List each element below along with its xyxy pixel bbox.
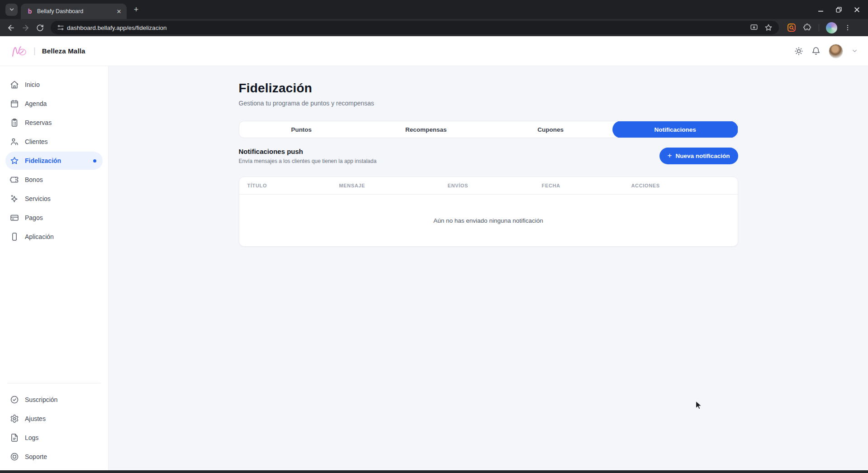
reload-icon bbox=[36, 24, 44, 32]
loyalty-tabs: Puntos Recompensas Cupones Notificacione… bbox=[239, 121, 738, 138]
new-notification-button[interactable]: + Nueva notificación bbox=[659, 148, 738, 164]
user-avatar[interactable] bbox=[829, 44, 843, 58]
sidebar-item-label: Inicio bbox=[25, 81, 40, 88]
browser-tabstrip: b Bellafy Dashboard ✕ + bbox=[0, 0, 868, 19]
tab-close-icon[interactable]: ✕ bbox=[115, 7, 123, 15]
sidebar-item-label: Aplicación bbox=[25, 233, 54, 240]
sidebar-item-agenda[interactable]: Agenda bbox=[5, 95, 103, 113]
forward-arrow-icon bbox=[21, 24, 30, 32]
sidebar-item-label: Fidelización bbox=[25, 157, 61, 164]
sidebar-item-label: Servicios bbox=[25, 195, 51, 202]
page-title: Fidelización bbox=[239, 81, 738, 96]
sidebar-item-clientes[interactable]: Clientes bbox=[5, 133, 103, 151]
tab-puntos[interactable]: Puntos bbox=[239, 121, 364, 138]
column-header-envios: ENVÍOS bbox=[448, 183, 542, 188]
sidebar-item-pagos[interactable]: Pagos bbox=[5, 209, 103, 227]
restore-icon bbox=[836, 7, 842, 13]
browser-profile-avatar[interactable] bbox=[826, 22, 837, 33]
browser-toolbar: dashboard.bellafy.app/es/fidelizacion bbox=[0, 19, 868, 36]
ticket-icon bbox=[10, 175, 19, 184]
tab-cupones[interactable]: Cupones bbox=[489, 121, 613, 138]
new-notification-button-label: Nueva notificación bbox=[675, 153, 730, 159]
section-subtitle: Envía mensajes a los clientes que tienen… bbox=[239, 158, 377, 164]
taskbar-edge bbox=[0, 470, 868, 473]
notifications-bell-icon[interactable] bbox=[811, 47, 821, 56]
new-tab-button[interactable]: + bbox=[130, 4, 142, 15]
file-text-icon bbox=[10, 433, 19, 442]
table-header-row: TÍTULO MENSAJE ENVÍOS FECHA ACCIONES bbox=[239, 177, 738, 195]
active-indicator-dot bbox=[93, 159, 96, 162]
window-minimize-button[interactable] bbox=[815, 4, 826, 15]
window-restore-button[interactable] bbox=[833, 4, 844, 15]
toolbar-separator bbox=[819, 24, 819, 31]
page-subtitle: Gestiona tu programa de puntos y recompe… bbox=[239, 100, 738, 107]
column-header-titulo: TÍTULO bbox=[247, 183, 339, 188]
theme-sun-icon[interactable] bbox=[794, 47, 803, 56]
sidebar-item-reservas[interactable]: Reservas bbox=[5, 114, 103, 132]
plus-icon: + bbox=[668, 151, 672, 160]
account-chevron-down-icon[interactable] bbox=[851, 48, 858, 54]
forward-button[interactable] bbox=[19, 21, 32, 34]
sidebar-item-ajustes[interactable]: Ajustes bbox=[5, 410, 103, 428]
window-close-button[interactable] bbox=[851, 4, 863, 15]
sidebar-item-label: Agenda bbox=[25, 100, 47, 107]
column-header-mensaje: MENSAJE bbox=[339, 183, 448, 188]
sidebar: Inicio Agenda Reservas Clientes Fideliza… bbox=[0, 66, 109, 473]
bookmark-star-icon[interactable] bbox=[764, 24, 773, 32]
browser-menu-icon[interactable] bbox=[844, 24, 851, 31]
sidebar-item-label: Clientes bbox=[25, 138, 48, 145]
extension-badge-icon[interactable] bbox=[787, 23, 796, 32]
sidebar-item-fidelizacion[interactable]: Fidelización bbox=[5, 152, 103, 170]
sidebar-item-bonos[interactable]: Bonos bbox=[5, 171, 103, 189]
tab-notificaciones[interactable]: Notificaciones bbox=[612, 121, 738, 138]
table-empty-state: Aún no has enviado ninguna notificación bbox=[239, 195, 738, 246]
users-icon bbox=[10, 137, 19, 146]
sidebar-item-label: Suscripción bbox=[25, 396, 57, 403]
app-header: | Belleza Malla bbox=[0, 36, 868, 66]
reload-button[interactable] bbox=[33, 21, 46, 34]
close-icon bbox=[854, 7, 860, 13]
minimize-icon bbox=[818, 7, 824, 13]
back-button[interactable] bbox=[5, 21, 17, 34]
install-app-icon[interactable] bbox=[750, 24, 758, 32]
sparkles-icon bbox=[10, 194, 19, 203]
sidebar-item-label: Soporte bbox=[25, 453, 47, 460]
sidebar-item-suscripcion[interactable]: Suscripción bbox=[5, 391, 103, 409]
badge-check-icon bbox=[10, 395, 19, 404]
life-buoy-icon bbox=[10, 452, 19, 461]
bellafy-favicon-icon: b bbox=[26, 8, 33, 15]
sidebar-item-label: Bonos bbox=[25, 176, 43, 183]
screen: b Bellafy Dashboard ✕ + bbox=[0, 0, 868, 473]
tab-title: Bellafy Dashboard bbox=[37, 8, 115, 14]
sidebar-item-label: Logs bbox=[25, 434, 38, 441]
gear-icon bbox=[10, 414, 19, 423]
tab-recompensas[interactable]: Recompensas bbox=[364, 121, 489, 138]
back-arrow-icon bbox=[7, 24, 15, 32]
credit-card-icon bbox=[10, 213, 19, 222]
business-name: Belleza Malla bbox=[42, 47, 85, 55]
url-bar[interactable]: dashboard.bellafy.app/es/fidelizacion bbox=[51, 21, 779, 34]
sidebar-item-aplicacion[interactable]: Aplicación bbox=[5, 228, 103, 246]
sidebar-divider bbox=[7, 383, 101, 383]
site-settings-icon[interactable] bbox=[57, 24, 64, 31]
sidebar-item-label: Reservas bbox=[25, 119, 52, 126]
smartphone-icon bbox=[10, 232, 19, 241]
url-text[interactable]: dashboard.bellafy.app/es/fidelizacion bbox=[67, 24, 750, 31]
clipboard-icon bbox=[10, 118, 19, 127]
chevron-down-icon bbox=[9, 6, 15, 13]
column-header-acciones: ACCIONES bbox=[631, 183, 730, 188]
sidebar-item-label: Pagos bbox=[25, 214, 43, 221]
bellafy-logo-icon bbox=[10, 43, 28, 59]
sidebar-item-servicios[interactable]: Servicios bbox=[5, 190, 103, 208]
column-header-fecha: FECHA bbox=[542, 183, 631, 188]
section-title: Notificaciones push bbox=[239, 148, 377, 155]
sidebar-item-logs[interactable]: Logs bbox=[5, 429, 103, 447]
browser-tab[interactable]: b Bellafy Dashboard ✕ bbox=[21, 4, 127, 19]
extensions-puzzle-icon[interactable] bbox=[803, 23, 812, 32]
header-divider: | bbox=[33, 46, 36, 56]
sidebar-item-inicio[interactable]: Inicio bbox=[5, 76, 103, 94]
notifications-table: TÍTULO MENSAJE ENVÍOS FECHA ACCIONES Aún… bbox=[239, 177, 738, 247]
star-icon bbox=[10, 156, 19, 165]
tab-search-button[interactable] bbox=[5, 4, 18, 16]
sidebar-item-soporte[interactable]: Soporte bbox=[5, 448, 103, 466]
